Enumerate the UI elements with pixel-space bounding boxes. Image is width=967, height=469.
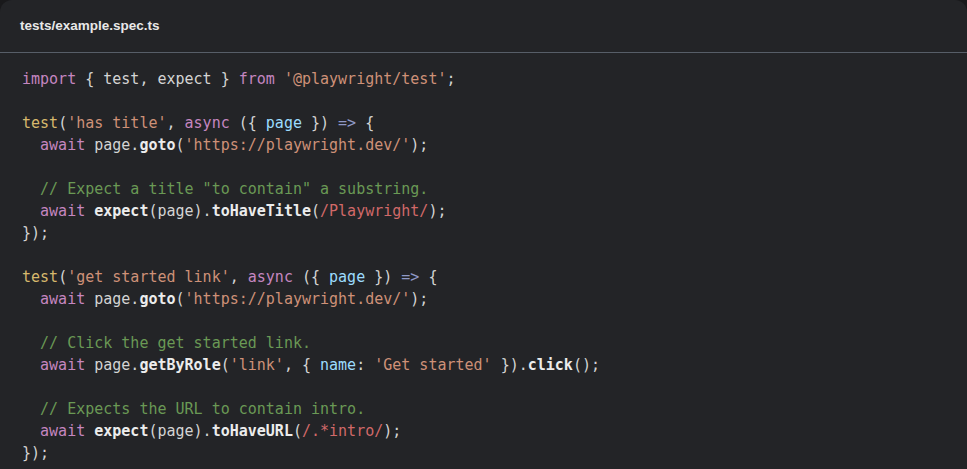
code-token-pl: { [419, 268, 437, 286]
code-token-pl: ( [58, 114, 67, 132]
code-token-pl [22, 356, 40, 374]
code-token-fn: test [22, 268, 58, 286]
code-line: test('get started link', async ({ page }… [22, 266, 945, 288]
code-token-mth: toHaveURL [212, 422, 293, 440]
code-token-str: 'Get started' [374, 356, 491, 374]
code-line [22, 310, 945, 332]
code-token-pl: }) [302, 114, 338, 132]
code-token-kw: from [239, 70, 275, 88]
code-token-str: 'https://playwright.dev/' [185, 136, 411, 154]
code-token-com: // Expect a title "to contain" a substri… [22, 180, 428, 198]
code-token-pl: }); [22, 224, 49, 242]
code-token-pl [22, 202, 40, 220]
code-token-pl: }) [365, 268, 401, 286]
code-token-str: 'has title' [67, 114, 166, 132]
code-token-pl: ({ [230, 114, 266, 132]
code-token-par: page [266, 114, 302, 132]
code-token-mth: getByRole [139, 356, 220, 374]
code-token-pl: : [356, 356, 374, 374]
code-token-pl [85, 202, 94, 220]
code-token-pl: , [167, 114, 185, 132]
code-token-com: // Expects the URL to contain intro. [22, 400, 365, 418]
code-token-kw: await [40, 422, 85, 440]
code-line: await page.goto('https://playwright.dev/… [22, 288, 945, 310]
code-block-title: tests/example.spec.ts [0, 0, 967, 53]
code-line: test('has title', async ({ page }) => { [22, 112, 945, 134]
code-token-com: // Click the get started link. [22, 334, 311, 352]
code-token-pl: ( [176, 136, 185, 154]
code-line [22, 244, 945, 266]
code-token-pl: }). [492, 356, 528, 374]
code-token-mth: expect [94, 202, 148, 220]
code-token-pl [22, 290, 40, 308]
code-line: }); [22, 222, 945, 244]
code-token-pl: { test, expect } [76, 70, 239, 88]
code-token-pl [85, 422, 94, 440]
code-token-pl: ( [58, 268, 67, 286]
code-token-pl: }); [22, 444, 49, 462]
code-token-pl: ({ [293, 268, 329, 286]
code-token-pl: page. [85, 136, 139, 154]
code-token-str: 'link' [230, 356, 284, 374]
code-token-str: 'https://playwright.dev/' [185, 290, 411, 308]
code-token-pl: ( [221, 356, 230, 374]
code-line [22, 90, 945, 112]
code-token-fn: test [22, 114, 58, 132]
code-token-pl [275, 70, 284, 88]
code-token-par: page [329, 268, 365, 286]
code-line [22, 376, 945, 398]
code-line: await page.getByRole('link', { name: 'Ge… [22, 354, 945, 376]
code-line [22, 156, 945, 178]
code-line: import { test, expect } from '@playwrigh… [22, 68, 945, 90]
code-token-mth: click [528, 356, 573, 374]
code-token-pl: ( [176, 290, 185, 308]
code-line: // Expects the URL to contain intro. [22, 398, 945, 420]
code-token-mth: toHaveTitle [212, 202, 311, 220]
code-token-kw: await [40, 136, 85, 154]
code-token-pl [22, 422, 40, 440]
code-token-mth: expect [94, 422, 148, 440]
code-token-pl: ); [428, 202, 446, 220]
code-lines[interactable]: import { test, expect } from '@playwrigh… [0, 53, 967, 469]
code-token-pl [22, 136, 40, 154]
code-token-kw: await [40, 202, 85, 220]
code-line: await page.goto('https://playwright.dev/… [22, 134, 945, 156]
code-token-pl: ); [383, 422, 401, 440]
code-token-pl: ); [410, 136, 428, 154]
code-token-kw: async [248, 268, 293, 286]
code-token-pl: ); [410, 290, 428, 308]
code-line: // Click the get started link. [22, 332, 945, 354]
code-token-rgx: /.*intro/ [302, 422, 383, 440]
code-token-pl: , [230, 268, 248, 286]
code-token-str: '@playwright/test' [284, 70, 447, 88]
code-line: // Expect a title "to contain" a substri… [22, 178, 945, 200]
code-block: tests/example.spec.ts import { test, exp… [0, 0, 967, 469]
code-token-pl: (page). [148, 202, 211, 220]
code-token-pl: page. [85, 356, 139, 374]
code-token-mth: goto [139, 290, 175, 308]
code-token-pl: (page). [148, 422, 211, 440]
code-line: await expect(page).toHaveURL(/.*intro/); [22, 420, 945, 442]
code-token-pl: , { [284, 356, 320, 374]
code-token-pl: page. [85, 290, 139, 308]
code-token-rgx: /Playwright/ [320, 202, 428, 220]
code-token-pl: { [356, 114, 374, 132]
code-token-kw: await [40, 356, 85, 374]
code-token-par: name [320, 356, 356, 374]
code-token-str: 'get started link' [67, 268, 230, 286]
code-token-pl: ( [293, 422, 302, 440]
code-line: await expect(page).toHaveTitle(/Playwrig… [22, 200, 945, 222]
code-token-mth: goto [139, 136, 175, 154]
code-token-kw: await [40, 290, 85, 308]
code-token-kw: async [185, 114, 230, 132]
code-token-pl: ; [446, 70, 455, 88]
code-line: }); [22, 442, 945, 464]
code-token-op: => [401, 268, 419, 286]
code-token-op: => [338, 114, 356, 132]
code-token-pl: (); [573, 356, 600, 374]
code-token-pl: ( [311, 202, 320, 220]
code-token-kw: import [22, 70, 76, 88]
